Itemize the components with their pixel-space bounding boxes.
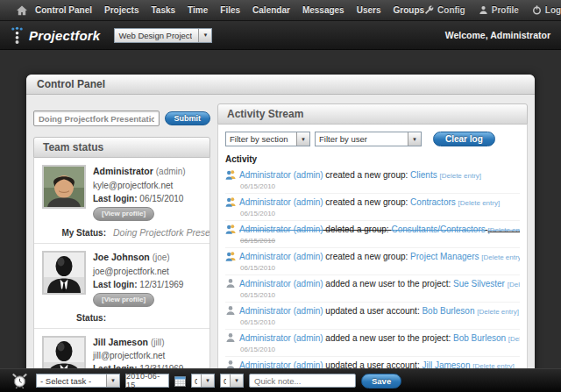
clock-icon (12, 374, 27, 388)
calendar-icon[interactable] (174, 375, 186, 387)
member-last-login: Last login: 06/15/2010 (93, 192, 186, 205)
delete-entry-link[interactable]: [Delete entry] (477, 308, 519, 316)
activity-entry: Administrator (admin) added a new user t… (225, 275, 520, 303)
activity-actor-link[interactable]: Administrator (admin) (239, 170, 323, 180)
activity-actor-link[interactable]: Administrator (admin) (239, 252, 323, 261)
save-button[interactable]: Save (361, 374, 401, 388)
app: Control PanelProjectsTasksTimeFilesCalen… (0, 0, 561, 392)
team-member-card: Joe Johnson (joe)joe@projectfork.netLast… (34, 244, 209, 329)
user-icon (225, 332, 236, 343)
member-status-row: Status: (34, 313, 209, 323)
activity-actor-link[interactable]: Administrator (admin) (239, 279, 323, 289)
submit-button[interactable]: Submit (165, 111, 211, 125)
filter-section-select[interactable]: Filter by section ▼ (225, 132, 310, 146)
team-column: Submit Team status Administrator (admin)… (33, 103, 210, 392)
delete-entry-link[interactable]: [Delete entry] (481, 253, 520, 261)
topnav-item-messages[interactable]: Messages (302, 5, 344, 15)
chevron-down-icon: ▼ (198, 29, 211, 42)
topnav-item-time[interactable]: Time (188, 5, 208, 15)
activity-actor-link[interactable]: Administrator (admin) (239, 333, 323, 343)
activity-target-link[interactable]: Clients (410, 170, 437, 180)
bottom-toolbar: - Select task - ▼ 2010-06-15 00 ▼ 00 ▼ S… (0, 368, 561, 392)
activity-target-link[interactable]: Bob Burleson (422, 306, 474, 316)
topnav-right: Config Profile Logout (424, 5, 561, 15)
activity-actor-link[interactable]: Administrator (admin) (239, 225, 323, 234)
topnav-item-tasks[interactable]: Tasks (151, 5, 175, 15)
home-icon[interactable] (16, 5, 28, 16)
group-icon (225, 169, 236, 180)
topnav-item-calendar[interactable]: Calendar (252, 5, 290, 15)
select-task-dropdown[interactable]: - Select task - ▼ (36, 374, 120, 388)
activity-entry: Administrator (admin) updated a user acc… (225, 303, 520, 330)
control-panel: Control Panel Submit Team status Adminis… (26, 75, 535, 392)
user-icon (225, 305, 236, 316)
panel-title: Control Panel (26, 75, 535, 95)
project-select[interactable]: Web Design Project ▼ (114, 28, 212, 43)
activity-entry: Administrator (admin) created a new grou… (225, 167, 520, 194)
member-status-value: Doing Projectfork Presentation (113, 227, 210, 238)
activity-target-link[interactable]: Consultants/Contractors (391, 225, 485, 234)
chevron-down-icon: ▼ (408, 132, 421, 146)
topnav-item-control-panel[interactable]: Control Panel (35, 5, 92, 15)
member-name: Administrator (admin) (93, 165, 186, 179)
config-button[interactable]: Config (424, 5, 465, 15)
app-header: Projectfork Web Design Project ▼ Welcome… (0, 21, 561, 50)
my-status-input[interactable] (33, 110, 160, 126)
activity-target-link[interactable]: Bob Burleson (453, 333, 506, 343)
activity-entry: Administrator (admin) added a new user t… (225, 330, 520, 357)
filter-user-select[interactable]: Filter by user ▼ (315, 132, 422, 146)
activity-list: Administrator (admin) created a new grou… (225, 167, 520, 392)
delete-entry-link[interactable]: [Delete entry] (508, 335, 520, 343)
activity-target-link[interactable]: Sue Silvester (453, 279, 505, 289)
activity-date: 06/15/2010 (240, 237, 520, 245)
member-name: Jill Jameson (jill) (93, 336, 183, 350)
hour-select[interactable]: 00 ▼ (191, 374, 215, 388)
activity-actor-link[interactable]: Administrator (admin) (239, 197, 323, 207)
quick-note-input[interactable] (249, 374, 356, 388)
status-form: Submit (33, 110, 210, 126)
delete-entry-link[interactable]: [Delete entry] (488, 226, 521, 234)
activity-section-label: Activity (225, 154, 520, 164)
activity-date: 06/15/2010 (240, 346, 520, 353)
topnav-item-projects[interactable]: Projects (104, 5, 138, 15)
welcome-text: Welcome, Administrator (445, 30, 550, 40)
power-icon (532, 5, 542, 15)
member-email: kyle@projectfork.net (93, 179, 186, 192)
activity-date: 06/15/2010 (240, 318, 520, 326)
logout-button[interactable]: Logout (532, 5, 561, 15)
topnav-items: Control PanelProjectsTasksTimeFilesCalen… (35, 5, 424, 15)
member-status-label: My Status: (34, 228, 106, 238)
chevron-down-icon: ▼ (201, 374, 214, 387)
activity-actor-link[interactable]: Administrator (admin) (239, 306, 323, 316)
chevron-down-icon: ▼ (106, 374, 119, 387)
member-photo (42, 165, 86, 209)
activity-entry: Administrator (admin) deleted a group: C… (225, 221, 520, 248)
clear-log-button[interactable]: Clear log (433, 132, 495, 146)
minute-select[interactable]: 00 ▼ (220, 374, 244, 388)
chevron-down-icon: ▼ (230, 374, 243, 387)
activity-entry: Administrator (admin) created a new grou… (225, 194, 520, 221)
delete-entry-link[interactable]: [Delete entry] (508, 281, 520, 289)
view-profile-button[interactable]: [View profile] (93, 207, 154, 221)
topnav-item-users[interactable]: Users (357, 5, 381, 15)
activity-date: 06/15/2010 (240, 182, 520, 190)
activity-filters: Filter by section ▼ Filter by user ▼ Cle… (225, 132, 520, 146)
activity-target-link[interactable]: Contractors (410, 197, 456, 207)
date-input[interactable]: 2010-06-15 (125, 374, 169, 388)
group-icon (225, 224, 236, 234)
activity-date: 06/15/2010 (240, 210, 520, 217)
chevron-down-icon: ▼ (296, 132, 309, 146)
group-icon (225, 251, 236, 261)
profile-button[interactable]: Profile (479, 5, 519, 15)
default-avatar-icon (42, 251, 86, 295)
group-icon (225, 196, 236, 207)
member-name: Joe Johnson (joe) (93, 251, 183, 265)
topnav-item-files[interactable]: Files (220, 5, 240, 15)
view-profile-button[interactable]: [View profile] (93, 293, 154, 307)
delete-entry-link[interactable]: [Delete entry] (439, 172, 481, 180)
activity-target-link[interactable]: Project Managers (410, 252, 479, 261)
activity-box: Filter by section ▼ Filter by user ▼ Cle… (217, 125, 528, 392)
delete-entry-link[interactable]: [Delete entry] (458, 199, 501, 207)
member-status-row: My Status:Doing Projectfork Presentation (34, 227, 209, 238)
topnav-item-groups[interactable]: Groups (394, 5, 425, 15)
